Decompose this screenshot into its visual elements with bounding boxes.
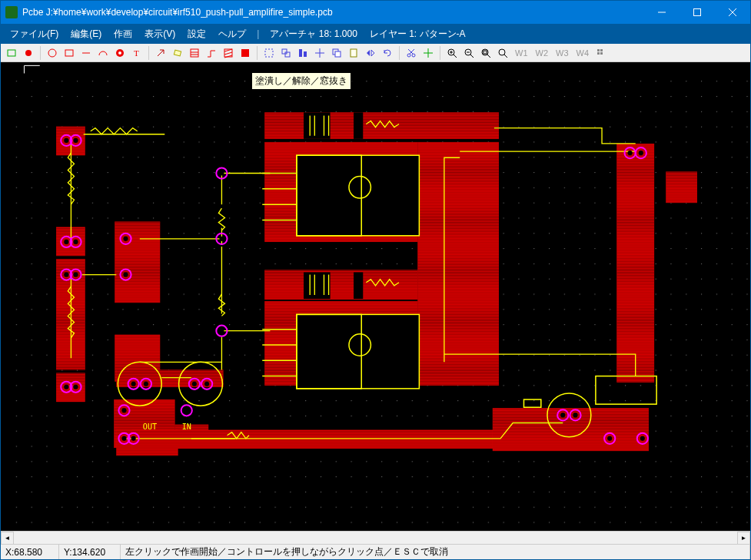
toolbar-sep xyxy=(40,46,41,60)
svg-point-170 xyxy=(628,151,633,155)
tool-fill-solid[interactable] xyxy=(238,45,253,61)
svg-rect-100 xyxy=(297,155,419,236)
menu-edit[interactable]: 編集(E) xyxy=(65,25,108,44)
status-x: X:68.580 xyxy=(1,545,59,559)
svg-line-49 xyxy=(504,55,507,58)
svg-point-134 xyxy=(73,273,78,277)
tool-route[interactable] xyxy=(204,45,219,61)
svg-point-142 xyxy=(123,273,128,277)
tool-align[interactable] xyxy=(295,45,311,61)
menu-file[interactable]: ファイル(F) xyxy=(4,25,65,44)
menu-settings[interactable]: 設定 xyxy=(181,25,212,44)
svg-rect-24 xyxy=(265,49,273,57)
scroll-left-button[interactable]: ◄ xyxy=(1,532,14,545)
tool-copy[interactable] xyxy=(329,45,344,61)
window-controls xyxy=(644,1,750,24)
aperture-info[interactable]: アパーチャ 18: 1.000 xyxy=(264,28,363,41)
minimize-button[interactable] xyxy=(644,1,680,24)
svg-line-43 xyxy=(470,55,474,58)
tool-crosshair[interactable] xyxy=(420,45,436,61)
svg-rect-5 xyxy=(25,50,32,56)
svg-rect-87 xyxy=(264,112,499,139)
svg-rect-50 xyxy=(597,49,600,51)
scroll-right-button[interactable]: ► xyxy=(737,532,750,545)
svg-point-48 xyxy=(499,49,505,55)
window-title: Pcbe J:¥home¥work¥develop¥circuit¥irf510… xyxy=(22,7,644,18)
svg-point-176 xyxy=(640,436,645,441)
svg-point-130 xyxy=(73,240,78,244)
layer-info[interactable]: レイヤー 1: パターン-A xyxy=(364,28,472,41)
svg-rect-104 xyxy=(354,112,363,139)
svg-rect-99 xyxy=(666,172,697,204)
svg-point-140 xyxy=(123,237,128,241)
svg-rect-47 xyxy=(483,51,487,54)
svg-rect-31 xyxy=(351,49,357,57)
svg-line-21 xyxy=(224,52,232,55)
statusbar: X:68.580 Y:134.620 左クリックで作画開始／コントロールを押しな… xyxy=(1,544,750,559)
svg-rect-7 xyxy=(65,50,73,56)
svg-rect-97 xyxy=(616,144,654,383)
maximize-button[interactable] xyxy=(680,1,715,24)
tool-arc[interactable] xyxy=(95,45,111,61)
toolbar-sep xyxy=(399,46,400,60)
tool-probe[interactable] xyxy=(153,45,168,61)
tool-rect[interactable] xyxy=(61,45,77,61)
tool-paste[interactable] xyxy=(346,45,361,61)
svg-point-156 xyxy=(204,382,209,386)
tool-rotate[interactable] xyxy=(380,45,395,61)
svg-rect-23 xyxy=(241,49,249,57)
svg-line-39 xyxy=(454,55,457,58)
tool-text[interactable]: T xyxy=(129,45,145,61)
tool-zoom[interactable] xyxy=(495,45,510,61)
tool-select[interactable] xyxy=(261,45,277,61)
width-label-2[interactable]: W2 xyxy=(533,48,552,58)
close-button[interactable] xyxy=(715,1,750,24)
app-window: Pcbe J:¥home¥work¥develop¥circuit¥irf510… xyxy=(0,0,751,560)
svg-point-33 xyxy=(412,54,415,57)
menu-draw[interactable]: 作画 xyxy=(108,25,138,44)
tool-rect-green[interactable] xyxy=(4,45,19,61)
titlebar[interactable]: Pcbe J:¥home¥work¥develop¥circuit¥irf510… xyxy=(1,1,750,24)
svg-point-154 xyxy=(192,382,197,386)
svg-point-168 xyxy=(573,413,577,417)
tool-solid-red[interactable] xyxy=(21,45,36,61)
horizontal-scrollbar[interactable]: ◄ ► xyxy=(1,531,750,544)
pcb-canvas[interactable]: OUT IN xyxy=(1,62,750,531)
tool-erase[interactable] xyxy=(170,45,185,61)
status-message: 左クリックで作画開始／コントロールを押しながらクリック点／ＥＳＣで取消 xyxy=(121,545,750,559)
tool-line[interactable] xyxy=(78,45,94,61)
silk-in: IN xyxy=(182,422,191,431)
menubar: ファイル(F) 編集(E) 作画 表示(V) 設定 ヘルプ | アパーチャ 18… xyxy=(1,24,750,44)
menu-help[interactable]: ヘルプ xyxy=(212,25,252,44)
tool-grid-toggle[interactable] xyxy=(593,45,609,61)
svg-rect-53 xyxy=(600,52,603,55)
svg-point-158 xyxy=(121,408,126,413)
width-label-3[interactable]: W3 xyxy=(553,48,572,58)
svg-line-12 xyxy=(158,50,164,56)
toolbar: T W1 W2 W3 W4 xyxy=(1,44,750,62)
svg-rect-25 xyxy=(282,49,287,54)
tool-circle[interactable] xyxy=(45,45,60,61)
width-label-1[interactable]: W1 xyxy=(512,48,531,58)
tool-donut[interactable] xyxy=(112,45,128,61)
tool-zoom-fit[interactable] xyxy=(478,45,493,61)
scroll-track[interactable] xyxy=(14,532,737,544)
tool-group[interactable] xyxy=(278,45,294,61)
toolbar-sep xyxy=(257,46,258,60)
menu-view[interactable]: 表示(V) xyxy=(138,25,181,44)
svg-rect-26 xyxy=(285,52,290,57)
tool-zoom-in[interactable] xyxy=(444,45,460,61)
tool-move[interactable] xyxy=(312,45,327,61)
tool-fill-hatch[interactable] xyxy=(221,45,236,61)
tool-zoom-out[interactable] xyxy=(461,45,477,61)
tool-flip[interactable] xyxy=(363,45,378,61)
svg-rect-67 xyxy=(115,222,160,303)
tool-cut[interactable] xyxy=(404,45,419,61)
tool-hatch[interactable] xyxy=(187,45,202,61)
svg-rect-101 xyxy=(297,314,419,388)
tooltip: 塗潰し／解除／窓抜き xyxy=(251,72,351,90)
svg-point-10 xyxy=(118,51,121,55)
silk-out: OUT xyxy=(143,422,157,431)
width-label-4[interactable]: W4 xyxy=(573,48,593,58)
svg-rect-27 xyxy=(299,49,302,57)
